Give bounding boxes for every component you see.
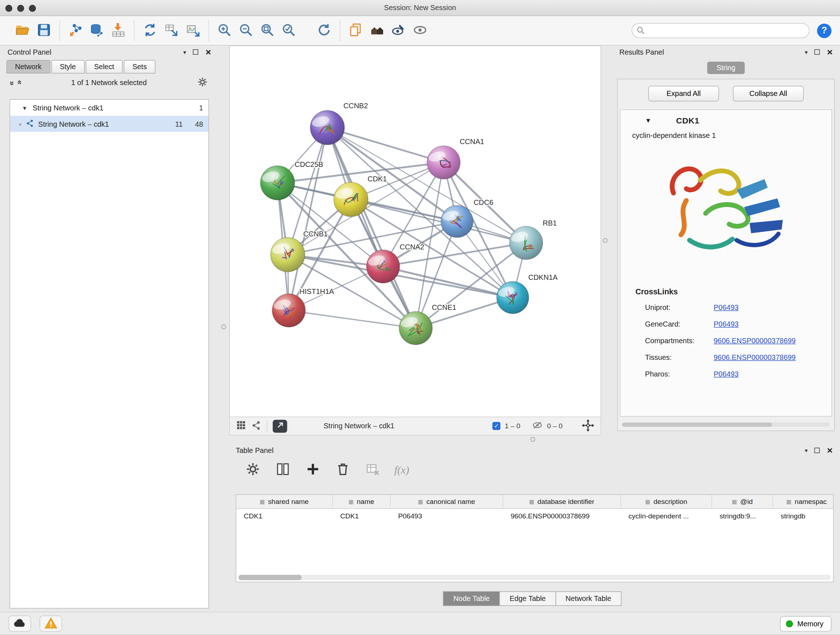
left-splitter-handle[interactable] xyxy=(221,325,226,329)
import-network-database-button[interactable] xyxy=(86,19,107,42)
search-input[interactable] xyxy=(632,23,810,38)
table-options-button[interactable] xyxy=(244,461,261,478)
collapse-panel-icon[interactable]: ▾ xyxy=(183,49,186,55)
database-import-icon xyxy=(89,22,104,39)
column-header-database-identifier[interactable]: ▦database identifier xyxy=(503,495,621,508)
close-panel-icon[interactable]: × xyxy=(205,47,211,57)
network-graph[interactable]: CCNB2CCNA1CDC25BCDK1CDC6RB1CCNB1CCNA2CDK… xyxy=(230,46,600,416)
network-node-HIST1H1A[interactable]: HIST1H1A xyxy=(272,287,334,327)
right-splitter-handle[interactable] xyxy=(603,238,607,243)
column-header-namespac[interactable]: ▦namespac xyxy=(773,495,834,508)
tab-select[interactable]: Select xyxy=(85,60,123,73)
node-label-CCNB2: CCNB2 xyxy=(343,102,368,110)
delete-column-button[interactable] xyxy=(334,461,351,478)
show-all-button[interactable] xyxy=(409,19,431,42)
refresh-view-button[interactable] xyxy=(313,19,335,42)
copy-document-button[interactable] xyxy=(345,19,366,42)
network-node-CCNA1[interactable]: CCNA1 xyxy=(427,138,484,179)
zoom-selected-icon xyxy=(281,22,296,39)
open-session-button[interactable] xyxy=(12,19,33,42)
tab-sets[interactable]: Sets xyxy=(124,60,155,73)
float-panel-icon[interactable] xyxy=(815,49,820,55)
expand-all-icon[interactable]: » xyxy=(14,81,24,84)
crosslink-value[interactable]: 9606.ENSP00000378699 xyxy=(714,353,796,361)
string-settings-button[interactable] xyxy=(251,420,262,432)
trash-icon xyxy=(335,461,350,478)
network-node-CCNB2[interactable]: CCNB2 xyxy=(310,102,368,145)
delete-table-button xyxy=(364,461,381,478)
zoom-in-button[interactable] xyxy=(214,19,235,42)
collapse-panel-icon[interactable]: ▾ xyxy=(805,49,807,55)
open-in-new-window-button[interactable] xyxy=(273,420,287,432)
close-window-button[interactable] xyxy=(5,5,12,11)
hide-selected-button[interactable] xyxy=(388,19,409,42)
tab-string[interactable]: String xyxy=(707,62,745,74)
table-horizontal-scrollbar[interactable] xyxy=(238,575,831,580)
show-columns-button[interactable] xyxy=(274,461,291,478)
network-from-table-button[interactable] xyxy=(161,19,182,42)
tree-expand-icon[interactable]: ▼ xyxy=(22,105,27,111)
network-collection-row[interactable]: ▼ String Network – cdk1 1 xyxy=(10,100,208,116)
results-horizontal-scrollbar[interactable] xyxy=(622,423,830,427)
column-header-shared-name[interactable]: ▦shared name xyxy=(236,495,333,508)
tab-edge-table[interactable]: Edge Table xyxy=(500,592,556,606)
zoom-out-button[interactable] xyxy=(235,19,256,42)
crosslink-value[interactable]: 9606.ENSP00000378699 xyxy=(714,337,796,345)
column-header-name[interactable]: ▦name xyxy=(333,495,391,508)
import-table-button[interactable] xyxy=(108,19,129,42)
column-header-description[interactable]: ▦description xyxy=(621,495,712,508)
network-node-RB1[interactable]: RB1 xyxy=(509,219,557,260)
column-header--id[interactable]: ▦@id xyxy=(712,495,773,508)
network-node-CDKN1A[interactable]: CDKN1A xyxy=(497,273,558,314)
crosslink-value[interactable]: P06493 xyxy=(714,370,739,378)
float-panel-icon[interactable] xyxy=(193,49,199,55)
selected-nodes-checkbox[interactable]: ✓ xyxy=(493,422,500,430)
save-session-button[interactable] xyxy=(33,19,55,42)
cloud-status-button[interactable] xyxy=(9,616,31,631)
double-house-icon xyxy=(370,22,385,39)
toolbar-separator xyxy=(134,20,134,41)
tab-style[interactable]: Style xyxy=(51,60,84,73)
network-node-CDC6[interactable]: CDC6 xyxy=(441,198,493,238)
table-body: CDK1CDK1P064939606.ENSP00000378699cyclin… xyxy=(236,509,833,523)
network-options-button[interactable] xyxy=(197,76,208,89)
network-canvas[interactable]: CCNB2CCNA1CDC25BCDK1CDC6RB1CCNB1CCNA2CDK… xyxy=(230,46,600,416)
crosslinks-heading: CrossLinks xyxy=(621,271,832,299)
crosslink-value[interactable]: P06493 xyxy=(714,320,739,328)
collapse-panel-icon[interactable]: ▾ xyxy=(805,447,807,454)
scrollbar-thumb[interactable] xyxy=(622,423,772,427)
network-node-CDK1[interactable]: CDK1 xyxy=(334,175,387,217)
create-column-button[interactable] xyxy=(304,461,321,478)
tab-network-table[interactable]: Network Table xyxy=(555,592,622,606)
help-button[interactable]: ? xyxy=(817,23,832,38)
export-image-button[interactable] xyxy=(182,19,204,42)
tab-network[interactable]: Network xyxy=(6,60,50,73)
close-panel-icon[interactable]: × xyxy=(827,446,833,455)
scrollbar-thumb[interactable] xyxy=(238,575,302,580)
import-network-file-button[interactable] xyxy=(65,19,86,42)
minimize-window-button[interactable] xyxy=(17,5,24,11)
network-row[interactable]: • String Network – cdk1 11 48 xyxy=(10,116,208,132)
zoom-window-button[interactable] xyxy=(29,5,36,11)
float-panel-icon[interactable] xyxy=(815,448,820,453)
collapse-all-button[interactable]: Collapse All xyxy=(733,86,804,101)
close-panel-icon[interactable]: × xyxy=(827,47,833,57)
column-header-canonical-name[interactable]: ▦canonical name xyxy=(391,495,503,508)
pan-tool-button[interactable] xyxy=(582,419,594,433)
section-collapse-icon[interactable]: ▼ xyxy=(645,117,652,125)
warnings-button[interactable] xyxy=(40,616,62,631)
results-panel-title: Results Panel xyxy=(619,48,664,56)
zoom-selected-button[interactable] xyxy=(278,19,300,42)
new-network-button[interactable] xyxy=(139,19,161,42)
bottom-splitter-handle[interactable] xyxy=(531,437,535,442)
zoom-fit-button[interactable] xyxy=(256,19,278,42)
first-neighbors-button[interactable] xyxy=(366,19,388,42)
table-row[interactable]: CDK1CDK1P064939606.ENSP00000378699cyclin… xyxy=(236,509,833,523)
expand-all-button[interactable]: Expand All xyxy=(648,86,719,101)
tab-node-table[interactable]: Node Table xyxy=(443,592,500,606)
crosslink-value[interactable]: P06493 xyxy=(714,303,739,311)
birds-eye-view-button[interactable] xyxy=(236,420,246,432)
memory-button[interactable]: Memory xyxy=(780,616,832,632)
network-node-CCNB1[interactable]: CCNB1 xyxy=(271,230,328,272)
network-label: String Network – cdk1 xyxy=(38,120,163,128)
